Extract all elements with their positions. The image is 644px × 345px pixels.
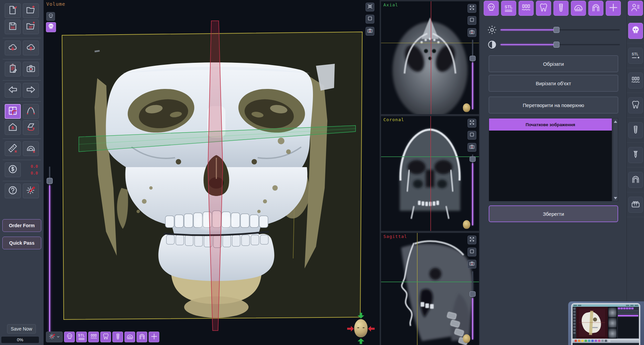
new-project-button[interactable]	[5, 3, 21, 18]
volume-snapshot-button[interactable]	[366, 27, 374, 36]
coronal-expand-button[interactable]	[468, 119, 476, 128]
sagittal-slice-view[interactable]: Sagittal	[381, 233, 479, 345]
slider-handle[interactable]	[553, 27, 559, 33]
orientation-widget[interactable]	[347, 313, 375, 344]
object-jaw-arch-button[interactable]	[628, 172, 643, 188]
coronal-window-button[interactable]	[468, 131, 476, 140]
scroll-up-icon[interactable]	[613, 119, 618, 124]
axial-expand-button[interactable]	[468, 4, 476, 13]
sagittal-expand-button[interactable]	[468, 236, 476, 244]
module-teeth-row-button[interactable]	[519, 1, 534, 16]
object-abutment-button[interactable]	[628, 147, 643, 163]
convert-to-surface-button[interactable]: Перетворити на поверхню	[489, 97, 618, 113]
slider-fill	[472, 163, 473, 226]
axial-snapshot-button[interactable]	[468, 28, 476, 37]
model-add-button[interactable]	[149, 332, 159, 342]
slider-handle[interactable]	[553, 42, 559, 48]
model-gauge-button[interactable]	[124, 332, 135, 342]
patient-info-button[interactable]	[628, 1, 643, 16]
snapshot-button[interactable]	[23, 62, 39, 77]
layout-views-button[interactable]	[5, 104, 21, 119]
object-stl-button[interactable]: STL	[628, 48, 643, 64]
module-add-button[interactable]	[606, 1, 621, 16]
module-jaw-arch-button[interactable]	[588, 1, 603, 16]
cloud-download-button[interactable]	[5, 41, 21, 55]
model-teeth-row-button[interactable]	[88, 332, 99, 342]
volume-window-button[interactable]	[366, 15, 374, 23]
orientation-arrow-down-icon[interactable]	[358, 313, 364, 318]
layers-scrollbar[interactable]	[613, 118, 618, 201]
render-settings-dropdown[interactable]	[46, 332, 63, 342]
rotate-plane-icon	[26, 122, 36, 133]
orientation-arrow-left-icon[interactable]	[347, 326, 354, 332]
settings-button[interactable]	[23, 184, 39, 198]
redo-button[interactable]	[23, 83, 39, 98]
measure-length-button[interactable]	[5, 141, 21, 156]
orientation-head-icon[interactable]	[354, 319, 368, 337]
crop-button[interactable]: Обрізати	[489, 55, 618, 72]
abutment-pin-icon	[631, 149, 641, 161]
brightness-slider[interactable]	[500, 27, 620, 33]
arch-curve-button[interactable]	[23, 104, 39, 119]
axial-window-button[interactable]	[468, 16, 476, 25]
head-render-mode-button[interactable]	[46, 12, 55, 21]
quick-pass-button[interactable]: Quick Pass	[2, 237, 41, 249]
sagittal-snapshot-button[interactable]	[468, 260, 476, 268]
save-now-button[interactable]: Save Now	[7, 324, 36, 334]
jaw-arch-icon	[631, 174, 641, 186]
sagittal-window-button[interactable]	[468, 248, 476, 256]
object-implant-button[interactable]	[628, 122, 643, 138]
model-implant-button[interactable]	[112, 332, 123, 342]
coronal-snapshot-button[interactable]	[468, 143, 476, 152]
module-implant-button[interactable]	[553, 1, 569, 16]
presenter-preview-window[interactable]	[568, 301, 644, 345]
object-tooth-button[interactable]	[628, 97, 643, 113]
axial-slice-view[interactable]: Axial	[381, 1, 479, 114]
model-tooth-button[interactable]	[100, 332, 111, 342]
object-teeth-row-button[interactable]	[628, 72, 643, 89]
slider-handle[interactable]	[470, 291, 476, 297]
module-tooth-button[interactable]	[536, 1, 551, 16]
cloud-upload-button[interactable]	[23, 41, 39, 55]
rotate-plane-button[interactable]	[23, 120, 39, 135]
model-skull-button[interactable]	[64, 332, 75, 342]
open-project-button[interactable]	[23, 19, 39, 34]
volume-collapse-button[interactable]	[366, 3, 374, 11]
file-new-icon	[8, 5, 18, 16]
model-jaw-arch-button[interactable]	[137, 332, 147, 342]
mini-dock	[573, 339, 639, 343]
import-project-button[interactable]	[23, 3, 39, 18]
object-bridge-button[interactable]	[628, 197, 643, 213]
axial-slice-slider[interactable]	[470, 40, 476, 109]
reset-view-button[interactable]	[5, 120, 21, 135]
undo-button[interactable]	[5, 83, 21, 98]
measure-angle-button[interactable]	[23, 141, 39, 156]
sagittal-slice-slider[interactable]	[470, 271, 476, 340]
object-skull-button[interactable]	[628, 23, 643, 39]
contrast-slider[interactable]	[500, 42, 620, 48]
layer-item-initial-image[interactable]: Початкове зображення	[489, 118, 612, 131]
coronal-slice-slider[interactable]	[470, 154, 476, 226]
slider-handle[interactable]	[470, 156, 476, 162]
help-button[interactable]	[5, 184, 21, 198]
report-button[interactable]	[5, 62, 21, 77]
orientation-arrow-right-icon[interactable]	[368, 326, 375, 332]
order-form-button[interactable]: Order Form	[2, 219, 41, 232]
volume-opacity-slider[interactable]	[47, 166, 53, 336]
price-button[interactable]	[5, 162, 21, 177]
save-surface-button[interactable]: Зберегти	[489, 205, 618, 222]
coronal-slice-view[interactable]: Coronal	[381, 116, 479, 231]
slider-handle[interactable]	[470, 56, 476, 61]
model-stl-button[interactable]: STL	[76, 332, 87, 342]
teeth-row-icon	[631, 75, 641, 86]
scroll-down-icon[interactable]	[613, 195, 618, 201]
volume-3d-view[interactable]: Volume STL	[44, 0, 380, 345]
save-project-button[interactable]	[5, 19, 21, 34]
slider-handle[interactable]	[47, 178, 53, 184]
cut-object-button[interactable]: Вирізати об'єкт	[489, 75, 618, 92]
module-gauge-button[interactable]	[571, 1, 586, 16]
orientation-arrow-up-icon[interactable]	[358, 338, 364, 344]
module-skull-button[interactable]	[484, 1, 499, 16]
skull-render-mode-button[interactable]	[46, 22, 56, 32]
module-stl-button[interactable]: STL	[501, 1, 516, 16]
